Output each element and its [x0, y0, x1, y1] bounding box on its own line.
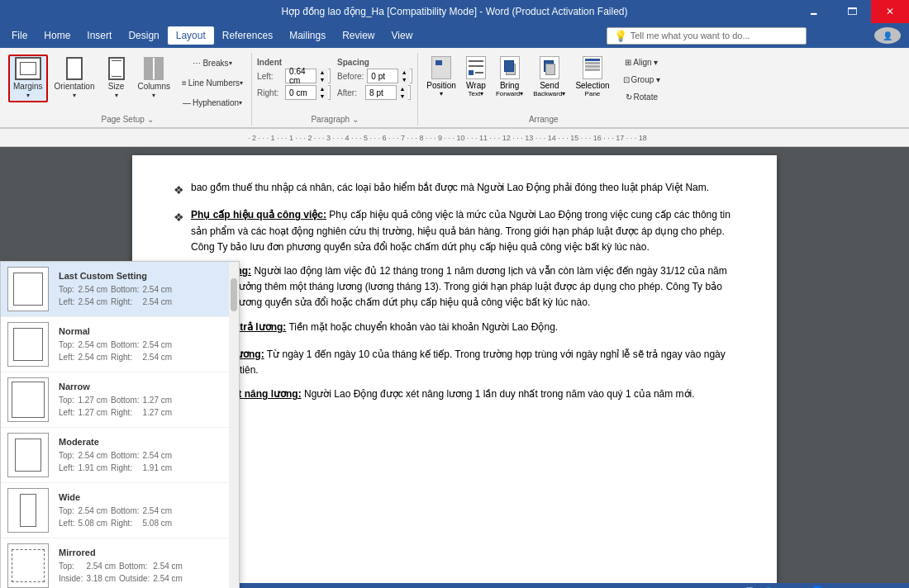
- expand-icon[interactable]: ⌄: [147, 115, 154, 124]
- wrap-text-icon: [466, 56, 486, 79]
- margins-option-normal[interactable]: Normal Top:2.54 cmBottom:2.54 cm Left:2.…: [1, 317, 239, 372]
- rotate-icon: ↻: [626, 92, 632, 102]
- dropdown-scrollbar[interactable]: [229, 262, 239, 588]
- menu-review[interactable]: Review: [334, 26, 383, 45]
- page-setup-label: Page Setup ⌄: [3, 115, 251, 124]
- bullet-text: Người Lao Động được xét nâng lương 1 lần…: [304, 388, 695, 400]
- menu-mailings[interactable]: Mailings: [281, 26, 334, 45]
- indent-left-up[interactable]: ▲: [316, 69, 328, 76]
- maximize-button[interactable]: 🗖: [833, 0, 871, 23]
- align-icon: ⊞: [625, 58, 631, 68]
- paragraph-group: Indent Left: 0.64 cm ▲ ▼ Right:: [252, 53, 418, 126]
- indent-right-input[interactable]: 0 cm ▲ ▼: [285, 85, 331, 100]
- title-bar: Hợp đồng lao động_Ha [Compatibility Mode…: [0, 0, 909, 23]
- bullet-content: Chế độ xét nâng lương: Người Lao Động đư…: [191, 386, 735, 402]
- margins-normal-name: Normal: [59, 326, 232, 336]
- margins-option-mirrored[interactable]: Mirrored Top:2.54 cmBottom:2.54 cm Insid…: [1, 538, 239, 588]
- scroll-thumb[interactable]: [231, 278, 237, 311]
- indent-right-down[interactable]: ▼: [316, 92, 328, 100]
- send-backward-button[interactable]: Send Backward▾: [530, 55, 569, 99]
- before-label: Before:: [337, 72, 364, 81]
- minimize-button[interactable]: 🗕: [795, 0, 833, 23]
- menu-insert[interactable]: Insert: [79, 26, 120, 45]
- margins-narrow-name: Narrow: [59, 382, 232, 391]
- indent-right-up[interactable]: ▲: [316, 85, 328, 92]
- margins-option-wide[interactable]: Wide Top:2.54 cmBottom:2.54 cm Left:5.08…: [1, 483, 239, 538]
- margins-mirrored-text: Mirrored Top:2.54 cmBottom:2.54 cm Insid…: [59, 548, 232, 585]
- send-backward-label: Send: [540, 81, 559, 90]
- spacing-after-up[interactable]: ▲: [397, 85, 408, 92]
- size-icon: [108, 57, 125, 80]
- orientation-button[interactable]: Orientation ▾: [50, 55, 100, 102]
- rotate-label: Rotate: [634, 92, 658, 102]
- margins-option-moderate[interactable]: Moderate Top:2.54 cmBottom:2.54 cm Left:…: [1, 428, 239, 483]
- bring-forward-label: Bring: [500, 81, 519, 90]
- rotate-button[interactable]: ↻ Rotate: [620, 89, 664, 106]
- margins-moderate-icon: [7, 433, 49, 477]
- menu-home[interactable]: Home: [36, 26, 79, 45]
- spacing-after-down[interactable]: ▼: [397, 92, 408, 100]
- bring-forward-button[interactable]: Bring Forward▾: [493, 55, 526, 99]
- selection-pane-button[interactable]: Selection Pane: [572, 55, 612, 99]
- margins-narrow-text: Narrow Top:1.27 cmBottom:1.27 cm Left:1.…: [59, 382, 232, 419]
- indent-left-input[interactable]: 0.64 cm ▲ ▼: [285, 69, 331, 83]
- line-numbers-icon: ≡: [182, 78, 187, 88]
- columns-icon: [144, 57, 164, 80]
- group-label: Group ▾: [631, 75, 661, 85]
- margins-wide-text: Wide Top:2.54 cmBottom:2.54 cm Left:5.08…: [59, 492, 232, 529]
- margins-option-narrow[interactable]: Narrow Top:1.27 cmBottom:1.27 cm Left:1.…: [1, 372, 239, 428]
- indent-left-down[interactable]: ▼: [316, 76, 328, 83]
- margins-moderate-details: Top:2.54 cmBottom:2.54 cm Left:1.91 cmRi…: [59, 449, 232, 474]
- paragraph-label: Paragraph ⌄: [252, 115, 417, 124]
- arrange-label: Arrange: [418, 115, 669, 124]
- wrap-text-label: Wrap: [466, 81, 486, 90]
- bullet-symbol: ❖: [174, 208, 184, 226]
- line-numbers-button[interactable]: ≡ Line Numbers ▾: [178, 74, 246, 92]
- columns-label: Columns: [138, 82, 170, 92]
- breaks-label: Breaks: [202, 59, 228, 69]
- right-label: Right:: [257, 88, 282, 97]
- margins-wide-details: Top:2.54 cmBottom:2.54 cm Left:5.08 cmRi…: [59, 505, 232, 529]
- columns-button[interactable]: Columns ▾: [133, 55, 175, 102]
- list-item: ❖ Phụ cấp hiệu quả công việc: Phụ cấp hi…: [174, 207, 735, 255]
- paragraph-expand-icon[interactable]: ⌄: [352, 115, 359, 124]
- tell-me-input[interactable]: 💡 Tell me what you want to do...: [607, 27, 807, 45]
- breaks-button[interactable]: ⋯ Breaks ▾: [178, 55, 246, 73]
- window-controls: 🗕 🗖 ✕: [795, 0, 909, 23]
- arrange-group: Position ▾ Wrap Text▾: [418, 53, 669, 126]
- spacing-before-up[interactable]: ▲: [398, 69, 410, 76]
- line-numbers-label: Line Numbers: [188, 78, 240, 88]
- user-avatar[interactable]: 👤: [874, 27, 901, 44]
- bullet-text: Người lao động làm việc đủ 12 tháng tron…: [191, 265, 727, 308]
- margins-narrow-details: Top:1.27 cmBottom:1.27 cm Left:1.27 cmRi…: [59, 394, 232, 419]
- ruler: · 2 · · · 1 · · · 1 · · · 2 · · · 3 · · …: [0, 129, 909, 147]
- bullet-content: Tiền thưởng: Người lao động làm việc đủ …: [191, 263, 735, 311]
- margins-option-last-custom[interactable]: Last Custom Setting Top:2.54 cmBottom:2.…: [1, 262, 239, 317]
- spacing-before-input[interactable]: 0 pt ▲ ▼: [367, 69, 412, 83]
- menu-design[interactable]: Design: [120, 26, 167, 45]
- margins-button[interactable]: Margins ▾: [8, 55, 48, 102]
- margins-last-custom-name: Last Custom Setting: [59, 271, 232, 281]
- group-button[interactable]: ⊡ Group ▾: [620, 72, 664, 88]
- hyphenation-button[interactable]: — Hyphenation ▾: [178, 94, 246, 112]
- ribbon-content: Margins ▾ Orientation ▾ Size ▾: [0, 51, 909, 128]
- spacing-before-down[interactable]: ▼: [398, 76, 410, 83]
- bullet-text: Từ ngày 1 đến ngày 10 của tháng kế tiếp.…: [191, 349, 726, 376]
- align-button[interactable]: ⊞ Align ▾: [620, 55, 664, 71]
- app-title: Hợp đồng lao động_Ha [Compatibility Mode…: [282, 6, 628, 17]
- spacing-after-input[interactable]: 8 pt ▲ ▼: [365, 85, 411, 100]
- position-button[interactable]: Position ▾: [423, 55, 459, 99]
- hyphenation-label: Hyphenation: [193, 98, 239, 108]
- menu-layout[interactable]: Layout: [168, 26, 214, 45]
- bullet-content: bao gồm thuế thu nhập cá nhân, các loại …: [191, 180, 735, 196]
- menu-view[interactable]: View: [383, 26, 421, 45]
- wrap-text-button[interactable]: Wrap Text▾: [463, 55, 489, 99]
- size-button[interactable]: Size ▾: [102, 55, 131, 102]
- document-text: ❖ bao gồm thuế thu nhập cá nhân, các loạ…: [174, 180, 735, 406]
- bring-forward-icon: [500, 56, 520, 79]
- menu-file[interactable]: File: [3, 26, 36, 45]
- menu-references[interactable]: References: [214, 26, 281, 45]
- margins-last-custom-text: Last Custom Setting Top:2.54 cmBottom:2.…: [59, 271, 232, 308]
- margins-normal-icon: [7, 322, 49, 367]
- close-button[interactable]: ✕: [871, 0, 909, 23]
